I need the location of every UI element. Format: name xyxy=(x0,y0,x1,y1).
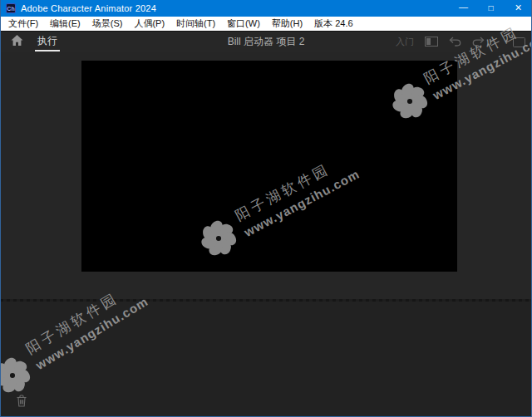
menu-file[interactable]: 文件(F) xyxy=(2,17,44,31)
menu-help[interactable]: 帮助(H) xyxy=(266,17,308,31)
home-button[interactable] xyxy=(0,32,30,52)
toolbar-right-group: 入门 xyxy=(396,32,525,52)
panel-toggle-icon[interactable] xyxy=(425,37,438,47)
window-title: Adobe Character Animator 2024 xyxy=(21,3,156,13)
maximize-button[interactable]: □ xyxy=(477,0,505,17)
menu-puppet[interactable]: 人偶(P) xyxy=(128,17,170,31)
menubar: 文件(F) 编辑(E) 场景(S) 人偶(P) 时间轴(T) 窗口(W) 帮助(… xyxy=(0,17,532,31)
menu-window[interactable]: 窗口(W) xyxy=(221,17,266,31)
undo-icon[interactable] xyxy=(449,37,461,47)
home-icon xyxy=(11,34,23,50)
scene-viewport[interactable] xyxy=(81,61,457,272)
app-window: Ch Adobe Character Animator 2024 — □ × 文… xyxy=(0,0,532,417)
tab-perform-label: 执行 xyxy=(37,34,57,48)
minimize-button[interactable]: — xyxy=(450,0,477,17)
get-started-button[interactable]: 入门 xyxy=(396,36,414,48)
panel-resize-handle[interactable] xyxy=(0,299,532,302)
menu-version-label: 版本 24.6 xyxy=(308,17,358,31)
menu-edit[interactable]: 编辑(E) xyxy=(44,17,86,31)
app-icon[interactable]: Ch xyxy=(6,3,16,13)
titlebar: Ch Adobe Character Animator 2024 — □ × xyxy=(0,0,532,17)
project-title: Bill 启动器 项目 2 xyxy=(228,35,305,49)
scene-panel xyxy=(0,52,532,299)
window-controls: — □ × xyxy=(450,0,532,17)
timeline-panel xyxy=(0,302,532,417)
tab-perform[interactable]: 执行 xyxy=(35,32,60,52)
menu-timeline[interactable]: 时间轴(T) xyxy=(170,17,221,31)
toolbar: 执行 Bill 启动器 项目 2 入门 xyxy=(0,31,532,52)
snapshot-icon[interactable] xyxy=(513,37,525,47)
redo-icon[interactable] xyxy=(472,37,485,47)
close-button[interactable]: × xyxy=(505,0,532,17)
trash-button[interactable] xyxy=(16,395,27,410)
menu-scene[interactable]: 场景(S) xyxy=(86,17,129,31)
